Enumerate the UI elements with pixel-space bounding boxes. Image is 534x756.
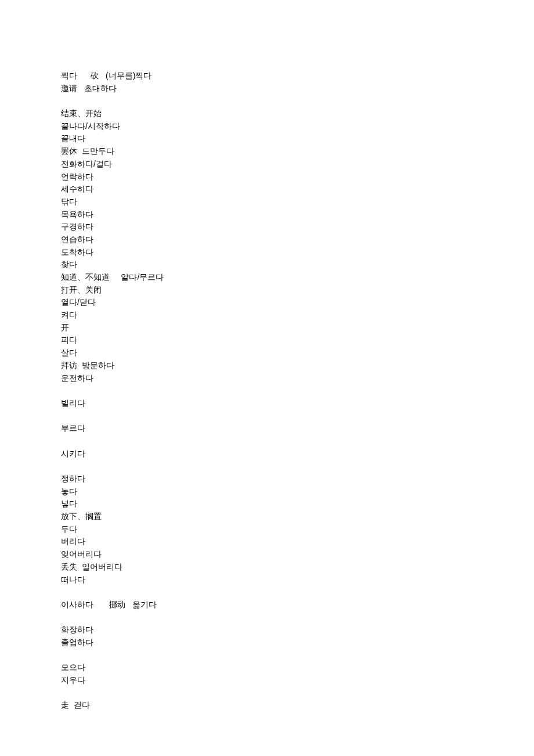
text-line: 넣다: [61, 498, 473, 510]
text-line: 구경하다: [61, 221, 473, 233]
text-line: 살다: [61, 347, 473, 359]
text-line: 知道、不知道 알다/무르다: [61, 271, 473, 284]
text-line: 结束、开始: [61, 107, 473, 120]
text-line: [61, 384, 473, 397]
text-line: [61, 687, 473, 700]
text-line: 목욕하다: [61, 208, 473, 221]
text-line: [61, 460, 473, 473]
text-line: [61, 649, 473, 662]
text-line: 走 걷다: [61, 699, 473, 712]
text-line: 놓다: [61, 485, 473, 498]
text-line: 모으다: [61, 661, 473, 674]
text-line: 연습하다: [61, 233, 473, 246]
text-line: 열다/닫다: [61, 296, 473, 309]
document-text-body: 찍다 砍 (너무를)찍다邀请 초대하다 结束、开始끝나다/시작하다끝내다罢休 드…: [61, 70, 473, 712]
text-line: 정하다: [61, 473, 473, 485]
text-line: 켜다: [61, 309, 473, 322]
text-line: 拜访 방문하다: [61, 359, 473, 372]
text-line: 邀请 초대하다: [61, 82, 473, 95]
text-line: 끝내다: [61, 132, 473, 145]
text-line: 세수하다: [61, 183, 473, 196]
text-line: 두다: [61, 523, 473, 536]
text-line: 打开、关闭: [61, 284, 473, 297]
text-line: 시키다: [61, 448, 473, 460]
text-line: 졸업하다: [61, 636, 473, 649]
text-line: [61, 611, 473, 624]
text-line: 지우다: [61, 674, 473, 687]
text-line: 끝나다/시작하다: [61, 120, 473, 133]
text-line: 닦다: [61, 196, 473, 208]
text-line: [61, 586, 473, 599]
text-line: 찾다: [61, 258, 473, 271]
text-line: [61, 95, 473, 107]
text-line: 放下、搁置: [61, 510, 473, 523]
text-line: 도착하다: [61, 246, 473, 259]
text-line: 罢休 드만두다: [61, 145, 473, 158]
text-line: 开: [61, 322, 473, 334]
text-line: 이사하다 挪动 옮기다: [61, 599, 473, 611]
text-line: [61, 435, 473, 448]
text-line: 떠나다: [61, 574, 473, 586]
text-line: 丢失 일어버리다: [61, 561, 473, 574]
text-line: 찍다 砍 (너무를)찍다: [61, 70, 473, 82]
text-line: 전화하다/걸다: [61, 158, 473, 171]
text-line: 잊어버리다: [61, 548, 473, 561]
text-line: 버리다: [61, 535, 473, 548]
text-line: 언락하다: [61, 171, 473, 183]
text-line: 화장하다: [61, 624, 473, 636]
text-line: 운전하다: [61, 372, 473, 385]
text-line: [61, 410, 473, 423]
text-line: 피다: [61, 334, 473, 347]
text-line: 부르다: [61, 422, 473, 435]
text-line: 빌리다: [61, 397, 473, 410]
